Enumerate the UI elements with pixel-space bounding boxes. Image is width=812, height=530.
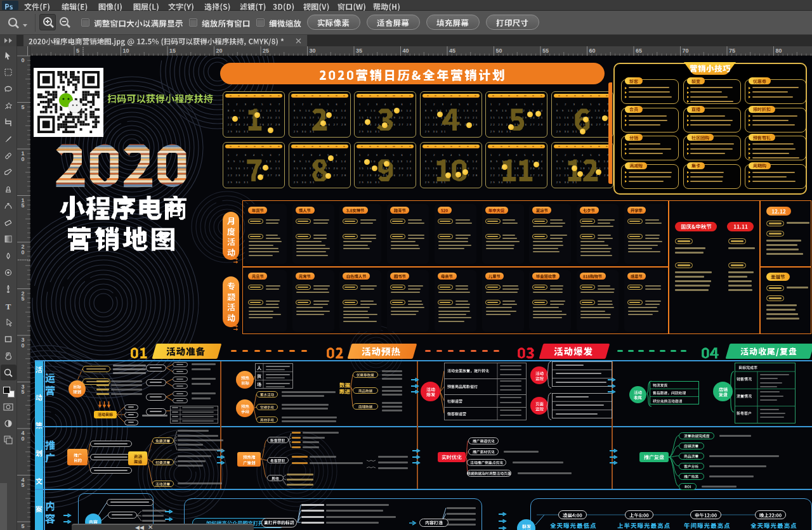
svg-text:T: T xyxy=(6,302,11,311)
